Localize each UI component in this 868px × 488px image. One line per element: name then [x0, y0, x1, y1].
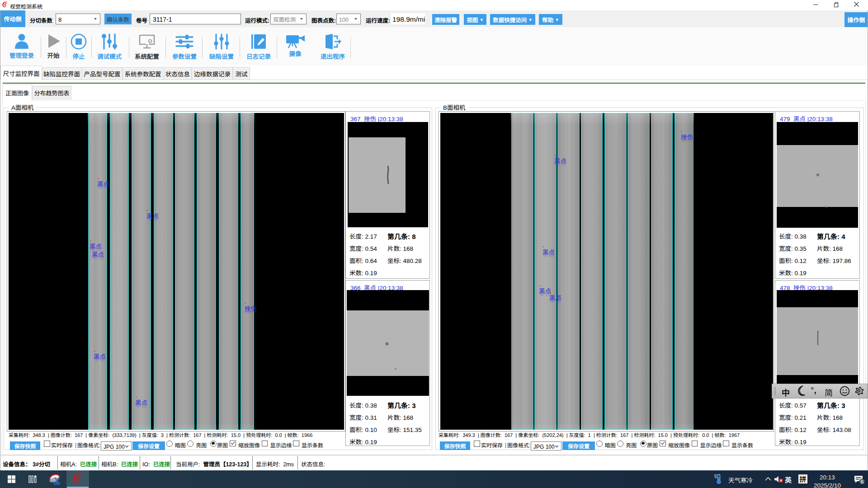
svg-text:6: 6: [861, 479, 863, 484]
